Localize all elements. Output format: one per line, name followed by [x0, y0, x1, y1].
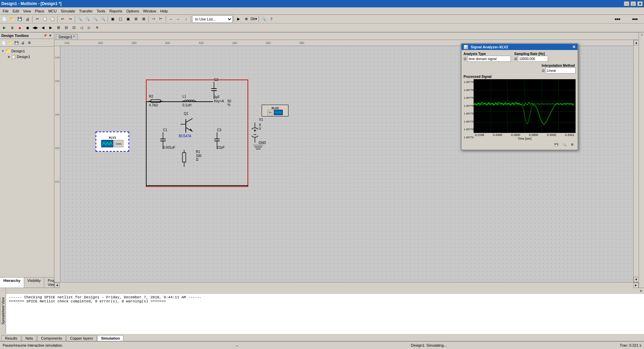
tab-results[interactable]: Results	[1, 335, 21, 341]
tb-r1[interactable]: ▣	[109, 15, 116, 23]
tb-open[interactable]: 📂	[8, 15, 16, 23]
tab-simulation[interactable]: Simulation	[97, 335, 123, 341]
sa-analysis-input[interactable]	[467, 56, 511, 62]
v1-component[interactable]: V1 9 V	[252, 122, 258, 143]
scroll-track-h[interactable]	[60, 283, 633, 288]
scroll-down-button[interactable]: ▼	[634, 277, 639, 282]
xlv1-instrument[interactable]: XLV1 Out1	[96, 132, 129, 152]
tb-a2[interactable]: ⊢	[157, 15, 165, 23]
sa-btn-save[interactable]: 💾	[553, 142, 559, 148]
tb-sim-d1[interactable]: ◀▶	[32, 24, 39, 32]
toolbox-btn2[interactable]: 📁	[7, 40, 13, 46]
tab-copper-layers[interactable]: Copper layers	[66, 335, 97, 341]
tb-b2[interactable]: ←	[175, 15, 182, 23]
tb-b1[interactable]: →	[167, 15, 174, 23]
tb-c1[interactable]: ▶	[235, 15, 242, 23]
scroll-up-button[interactable]: ▲	[634, 40, 639, 45]
tb-r3[interactable]: ▣	[124, 15, 132, 23]
scroll-track-v[interactable]	[634, 45, 639, 277]
menu-tools[interactable]: Tools	[95, 8, 107, 14]
sa-interpolation-input[interactable]	[545, 67, 576, 73]
tb-undo[interactable]: ↩	[59, 15, 66, 23]
tb-sim-d4[interactable]: ⊞	[55, 24, 62, 32]
menu-reports[interactable]: Reports	[107, 8, 124, 14]
tb-sim-stop[interactable]: ■	[16, 24, 23, 32]
menu-transfer[interactable]: Transfer	[77, 8, 95, 14]
tb-r2[interactable]: ▢	[117, 15, 124, 23]
sa-close-button[interactable]: ✕	[572, 45, 576, 49]
tb-zoom-in[interactable]: 🔍	[76, 15, 84, 23]
tb-help[interactable]: ?	[268, 15, 275, 23]
tb-sim-d5[interactable]: ⊟	[62, 24, 70, 32]
sa-btn-settings[interactable]: ⚙	[569, 142, 576, 148]
close-button[interactable]: ✕	[637, 1, 643, 6]
tb-b3[interactable]: ↑	[182, 15, 190, 23]
tb-zoom-area[interactable]: 🔍	[99, 15, 107, 23]
c3-component[interactable]: C3 22pF	[214, 132, 220, 150]
toolbox-pin[interactable]: 📌	[43, 33, 47, 38]
menu-mcu[interactable]: MCU	[46, 8, 59, 14]
maximize-button[interactable]: □	[631, 1, 636, 6]
tb-inst1[interactable]: ■■■	[609, 15, 626, 23]
tab-components[interactable]: Components	[37, 335, 65, 341]
c1-component[interactable]: C1 0.001uF	[160, 132, 166, 150]
scroll-left-button[interactable]: ◄	[54, 283, 60, 288]
scroll-right-button[interactable]: ►	[633, 283, 639, 288]
toolbox-btn1[interactable]: 📄	[1, 40, 7, 46]
tb-sim-d2[interactable]: ◀	[39, 24, 47, 32]
tb-paste[interactable]: 📋	[49, 15, 56, 23]
tb-sim-step[interactable]: ⏺	[24, 24, 31, 32]
tab-nets[interactable]: Nets	[22, 335, 37, 341]
tb-sim-d7[interactable]: ◁	[78, 24, 85, 32]
tb-print[interactable]: 🖨	[24, 15, 31, 23]
tb-a1[interactable]: ⊣	[150, 15, 157, 23]
spreadsheet-close[interactable]: ✕	[639, 289, 643, 293]
tb-zoom-fit[interactable]: 🔍	[92, 15, 99, 23]
menu-place[interactable]: Place	[33, 8, 46, 14]
tb-save[interactable]: 💾	[16, 15, 23, 23]
tb-sim-d9[interactable]: ✕	[93, 24, 101, 32]
tb-copy[interactable]: 📋	[41, 15, 49, 23]
tb-search[interactable]: 🔍	[260, 15, 267, 23]
toolbox-close[interactable]: ✕	[48, 33, 53, 38]
toolbox-btn5[interactable]: ⚙	[26, 40, 32, 46]
tb-redo[interactable]: ↪	[66, 15, 74, 23]
tab-hierarchy[interactable]: Hierarchy	[0, 278, 24, 288]
sa-btn-zoom[interactable]: 🔍	[561, 142, 568, 148]
r1-component[interactable]: R1 330 Ω	[182, 150, 186, 167]
c2-component[interactable]: C2 0pF Key=A 50 %	[211, 82, 217, 99]
tb-sim-run[interactable]: ▶	[1, 24, 8, 32]
tb-r4[interactable]: ⊞	[132, 15, 140, 23]
tree-child[interactable]: ▶ 📋 Design1	[1, 54, 53, 59]
tb-new[interactable]: 📄	[1, 15, 8, 23]
canvas-area[interactable]: 240 260 280 300 320 340 360 380 140 160 …	[54, 40, 639, 282]
menu-simulate[interactable]: Simulate	[59, 8, 77, 14]
tb-r5[interactable]: ⊠	[140, 15, 147, 23]
menu-window[interactable]: Window	[141, 8, 158, 14]
toolbox-btn4[interactable]: 🖨	[20, 40, 26, 46]
tb-zoom-out[interactable]: 🔍	[84, 15, 91, 23]
tb-sim-d6[interactable]: ⊡	[70, 24, 77, 32]
component-list-dropdown[interactable]: In Use List...	[192, 15, 232, 23]
tree-root[interactable]: ▼ 📁 Design1	[1, 48, 53, 54]
toolbox-title: Design Toolbox	[1, 34, 29, 38]
xlv2-instrument[interactable]: XLV2 1n↓	[262, 105, 288, 116]
minimize-button[interactable]: ─	[624, 1, 629, 6]
tb-cut[interactable]: ✂	[34, 15, 41, 23]
menu-view[interactable]: View	[21, 8, 33, 14]
tb-sim-d3[interactable]: ▶	[47, 24, 54, 32]
menu-file[interactable]: File	[1, 8, 11, 14]
toolbox-btn3[interactable]: 💾	[13, 40, 19, 46]
menu-options[interactable]: Options	[124, 8, 141, 14]
canvas-tab-design1[interactable]: Design1 *	[56, 34, 78, 40]
menu-edit[interactable]: Edit	[11, 8, 21, 14]
tb-inst2[interactable]: ■■■	[627, 15, 643, 23]
menu-help[interactable]: Help	[158, 8, 170, 14]
sa-sampling-input[interactable]	[518, 56, 548, 62]
tab-visibility[interactable]: Visibility	[24, 278, 45, 288]
tb-sim-d8[interactable]: ▷	[86, 24, 93, 32]
tb-sim-pause[interactable]: ⏸	[8, 24, 16, 32]
tb-c2[interactable]: ⊕	[243, 15, 250, 23]
q1-component[interactable]: Q1 BC547A	[180, 116, 194, 137]
tb-c3[interactable]: Db▾	[250, 15, 258, 23]
